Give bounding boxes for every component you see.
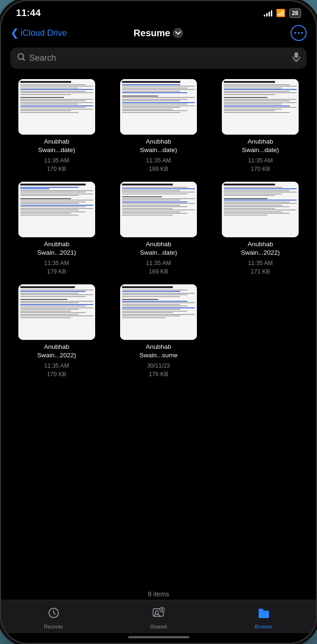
wifi-icon: 📶 [276,8,285,17]
file-meta: 11:35 AM169 KB [146,259,171,276]
list-item[interactable]: AnubhabSwain...date) 11:35 AM169 KB [110,182,206,276]
file-thumbnail [120,79,197,135]
recents-icon [48,607,60,622]
file-grid: AnubhabSwain...date) 11:35 AM170 KB [1,75,316,587]
svg-rect-12 [259,609,263,612]
search-input[interactable]: Search [29,53,289,63]
file-thumbnail [120,182,197,237]
more-dot [298,32,300,34]
signal-bars-icon [264,10,272,16]
more-btn-circle[interactable] [291,25,307,41]
file-thumbnail [222,182,299,237]
file-name: AnubhabSwain...2022) [37,343,76,359]
svg-rect-11 [259,611,269,618]
svg-line-1 [23,59,25,61]
battery-icon: 28 [289,8,301,18]
search-bar[interactable]: Search [10,48,307,69]
shared-icon: 9 [152,607,165,622]
list-item[interactable]: AnubhabSwain...date) 11:35 AM189 KB [110,79,206,173]
tab-shared[interactable]: 9 Shared [106,605,211,631]
screen: 11:44 📶 28 ❮ iCloud Drive [1,1,316,643]
file-thumbnail [18,79,95,135]
tab-recents[interactable]: Recents [1,605,106,631]
svg-text:9: 9 [161,608,163,612]
mic-icon[interactable] [293,52,300,64]
status-time: 11:44 [16,8,41,18]
more-options-button[interactable] [250,25,307,41]
list-item[interactable]: AnubhabSwain...date) 11:35 AM170 KB [212,79,309,173]
list-item[interactable]: AnubhabSwain...2022) 11:35 AM171 KB [212,182,309,276]
tab-recents-label: Recents [44,624,63,629]
list-item[interactable]: AnubhabSwain...sume 30/11/23176 KB [110,284,206,378]
file-meta: 11:35 AM170 KB [248,157,273,173]
phone-shell: 11:44 📶 28 ❮ iCloud Drive [0,0,317,644]
file-thumbnail [18,284,95,340]
file-name: AnubhabSwain...2021) [37,240,76,257]
tab-bar: Recents 9 Shared [1,600,316,633]
file-meta: 11:35 AM170 KB [44,157,69,173]
file-thumbnail [222,79,299,135]
back-chevron-icon: ❮ [10,28,19,38]
file-name: AnubhabSwain...date) [140,137,177,154]
file-name: AnubhabSwain...date) [38,137,75,154]
file-meta: 11:35 AM170 KB [44,362,69,378]
list-item[interactable]: AnubhabSwain...date) 11:35 AM170 KB [8,79,105,173]
nav-bar: ❮ iCloud Drive Resume [1,22,316,46]
tab-browse[interactable]: Browse [211,605,316,631]
file-thumbnail [120,284,197,340]
file-meta: 30/11/23176 KB [147,362,170,378]
file-meta: 11:35 AM189 KB [146,157,171,173]
tab-shared-label: Shared [150,624,167,629]
status-bar: 11:44 📶 28 [1,1,316,22]
file-thumbnail [18,182,95,237]
file-meta: 11:35 AM179 KB [44,259,69,276]
file-name: AnubhabSwain...date) [242,137,279,154]
file-name: AnubhabSwain...sume [139,343,178,359]
more-dot [294,32,296,34]
file-name: AnubhabSwain...date) [140,240,177,257]
file-name: AnubhabSwain...2022) [241,240,280,257]
status-icons: 📶 28 [264,8,301,18]
nav-title-container: Resume [67,28,250,39]
file-meta: 11:35 AM171 KB [248,259,273,276]
tab-browse-label: Browse [255,624,272,629]
back-button[interactable]: ❮ iCloud Drive [10,28,67,38]
search-icon [17,53,25,64]
svg-rect-2 [294,52,298,58]
list-item[interactable]: AnubhabSwain...2022) 11:35 AM170 KB [8,284,105,378]
items-count: 8 items [1,587,316,600]
browse-icon [258,607,270,622]
nav-title: Resume [134,28,171,39]
home-indicator [1,633,316,643]
more-dot [301,32,303,34]
title-dropdown-icon[interactable] [173,28,183,38]
home-bar [128,636,189,638]
list-item[interactable]: AnubhabSwain...2021) 11:35 AM179 KB [8,182,105,276]
